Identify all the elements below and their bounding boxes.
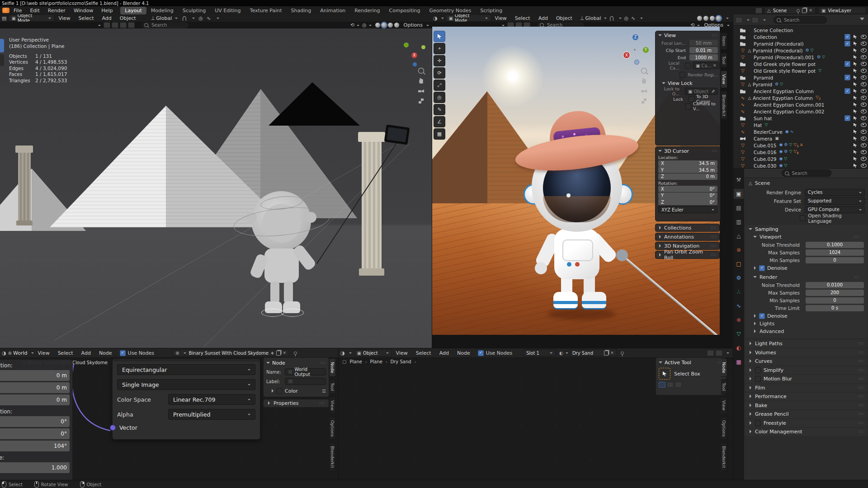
material-datablock-selector[interactable]: Dry Sand ✕ [569, 349, 617, 357]
outliner-type-icon[interactable] [740, 75, 745, 80]
workspace-tab[interactable]: UV Editing [210, 7, 245, 14]
search-input[interactable] [151, 22, 186, 28]
viewport-menu[interactable]: Add [98, 15, 115, 21]
outliner-search[interactable] [774, 16, 827, 23]
editor-menu[interactable]: Node [453, 350, 474, 356]
pan-hand-icon[interactable] [419, 78, 424, 84]
n-panel-collapsed-section[interactable]: Collections ∷∷ [655, 224, 720, 232]
properties-section[interactable]: Motion Blur ∷∷ [745, 375, 868, 383]
node-label-field[interactable] [285, 378, 326, 385]
cursor-location-field[interactable]: Z0 m [658, 174, 717, 180]
outliner-item-label[interactable]: Pyramid [754, 75, 773, 80]
presets-icon[interactable]: ☰ [322, 389, 326, 394]
n-panel-collapsed-section[interactable]: Annotations ∷∷ [655, 233, 720, 241]
properties-section[interactable]: Freestyle ∷∷ [745, 419, 868, 427]
selectable-icon[interactable] [854, 48, 858, 52]
hide-icon[interactable] [861, 35, 867, 39]
material-tab-icon[interactable]: ◐ [734, 343, 744, 353]
collection-checkbox[interactable] [844, 61, 850, 67]
hide-icon[interactable] [861, 103, 867, 107]
outliner-row[interactable]: Ancient Egyptian Column ▽2 [733, 94, 868, 101]
pin-icon[interactable] [797, 9, 800, 12]
move-tool[interactable]: ✛ [434, 55, 445, 66]
viewport-menu[interactable]: Object [552, 15, 576, 21]
collection-checkbox[interactable] [844, 75, 850, 80]
viewport-menu[interactable]: Select [75, 15, 98, 21]
copy-icon[interactable] [604, 351, 609, 356]
gizmo-z-icon[interactable]: Z [632, 34, 638, 40]
collection-checkbox[interactable] [844, 34, 850, 40]
sampling-value[interactable]: 0.1000 [806, 242, 864, 248]
data-tab-icon[interactable]: ▽ [734, 329, 744, 339]
gizmo-y2-icon[interactable] [421, 45, 425, 49]
editor-menu[interactable]: Add [435, 350, 453, 356]
zoom-icon[interactable] [418, 68, 425, 74]
sampling-value[interactable]: 0.0100 [806, 282, 864, 288]
shading-wireframe-icon[interactable] [375, 23, 380, 28]
selectable-icon[interactable] [854, 62, 858, 66]
orientation-selector[interactable]: ⊥Global [151, 15, 178, 21]
outliner-row[interactable]: Scene Collection [733, 27, 868, 33]
tool-sliver-2[interactable] [0, 54, 4, 66]
outliner-item-label[interactable]: Pyramid (Procedural) [754, 41, 804, 47]
particles-tab-icon[interactable]: ∴ [734, 287, 744, 297]
viewlayer-tab-icon[interactable]: ▥ [734, 217, 744, 227]
hide-icon[interactable] [861, 75, 867, 80]
outliner-row[interactable]: Hat ▽ [733, 122, 868, 128]
location-field[interactable]: X0 m [0, 370, 70, 381]
scale-tool[interactable]: ⤢ [434, 80, 445, 91]
node-name-field[interactable]: World Output [285, 368, 326, 375]
source-dropdown[interactable]: Single Image [117, 379, 255, 390]
shading-wireframe-icon[interactable] [697, 16, 702, 21]
n-panel-tab[interactable]: Blenderkit [721, 91, 727, 120]
workspace-tab[interactable]: Scripting [476, 7, 507, 14]
cursor-panel-header[interactable]: 3D Cursor ∷∷ [656, 147, 720, 155]
outliner-item-label[interactable]: Hat [754, 122, 762, 128]
select-mode-new-icon[interactable] [659, 382, 665, 388]
ortho-grid-icon[interactable] [642, 99, 646, 103]
select-box-tool-icon[interactable] [659, 368, 670, 380]
sampling-value[interactable]: 0 [806, 297, 864, 304]
outliner-item-label[interactable]: Collection [754, 34, 777, 40]
cursor-tool[interactable]: ⌖ [434, 43, 445, 54]
scene-selector[interactable]: △ Scene ✕ [764, 7, 816, 14]
mode-selector[interactable]: ▣ Object Mode [446, 14, 491, 22]
breadcrumb-item[interactable]: Plane [370, 359, 382, 364]
breadcrumb-item[interactable]: Dry Sand [391, 359, 411, 364]
scene-tab-icon[interactable]: △ [734, 231, 744, 241]
selectable-icon[interactable] [854, 55, 858, 59]
outliner-row[interactable]: Cube.016 ◉⚙▽▽8 [733, 149, 868, 155]
properties-search-input[interactable] [791, 170, 828, 176]
sampling-value[interactable]: 0 [806, 257, 864, 263]
selectable-icon[interactable] [854, 164, 858, 168]
outliner-item-label[interactable]: Cube.016 [754, 150, 777, 155]
outliner-type-icon[interactable] [740, 130, 745, 134]
section-checkbox[interactable] [755, 376, 761, 382]
outliner-type-icon[interactable] [740, 89, 745, 94]
camera-to-view-checkbox[interactable] [685, 103, 691, 109]
viewport-right[interactable]: ◑ ▣ Object Mode View Select Add Object ⊥… [432, 14, 732, 348]
outliner-row[interactable]: Pyramid (Procedural) ⚙▽ [733, 47, 868, 54]
outliner-row[interactable]: BezierCurve ◉∿ [733, 128, 868, 135]
outliner-type-icon[interactable] [740, 103, 745, 107]
outliner-item-label[interactable]: Scene Collection [754, 28, 793, 33]
n-panel-collapsed-section[interactable]: Pan Orbit Zoom Roll ∷∷ [655, 251, 720, 259]
proportional-icon[interactable]: ◎ [198, 15, 203, 21]
outliner-type-icon[interactable] [740, 82, 745, 87]
gizmo-y-icon[interactable]: Y [643, 47, 649, 53]
outliner-item-label[interactable]: Pyramid (Procedural) [753, 48, 803, 53]
outliner-row[interactable]: Ancient Egyptian Column.002 [733, 108, 868, 115]
outliner-type-icon[interactable] [740, 35, 745, 39]
gizmo-x-icon[interactable]: X [623, 52, 630, 59]
sidebar-tab[interactable]: Blenderkit [330, 442, 336, 472]
outliner-type-icon[interactable] [740, 28, 745, 33]
outliner-item-label[interactable]: Ancient Egyptian Column.002 [754, 109, 824, 114]
selectable-icon[interactable] [854, 143, 858, 147]
selectable-icon[interactable] [854, 109, 858, 113]
close-icon[interactable]: ✕ [809, 8, 812, 13]
properties-section[interactable]: Color Management ∷∷ [745, 428, 868, 436]
topbar-menu[interactable]: Help [97, 8, 117, 14]
outliner-item-label[interactable]: Ancient Egyptian Column [754, 89, 814, 94]
hide-icon[interactable] [861, 89, 867, 93]
selectable-icon[interactable] [854, 157, 858, 161]
